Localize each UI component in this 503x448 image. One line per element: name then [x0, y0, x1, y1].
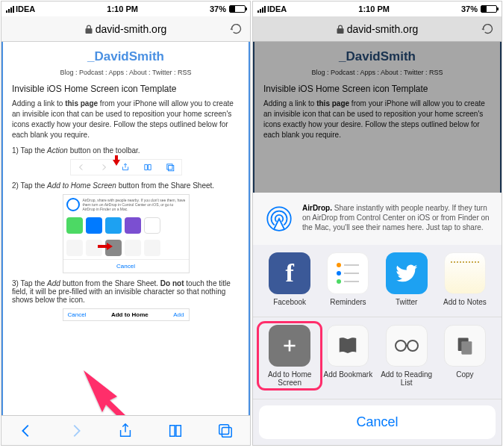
svg-rect-2: [219, 424, 228, 434]
svg-rect-0: [166, 164, 172, 169]
url-text: david-smith.org: [347, 23, 419, 35]
url-bar[interactable]: david-smith.org: [253, 16, 502, 42]
signal-icon: [257, 6, 266, 13]
page-content: _DavidSmith Blog : Podcast : Apps : Abou…: [1, 42, 250, 415]
site-nav[interactable]: Blog : Podcast : Apps : About : Twitter …: [12, 69, 240, 76]
airdrop-row[interactable]: AirDrop. Share instantly with people nea…: [253, 193, 502, 245]
svg-point-8: [407, 340, 418, 351]
share-app-reminders[interactable]: Reminders: [319, 252, 377, 306]
battery-icon: [481, 5, 497, 13]
back-icon[interactable]: [18, 423, 34, 439]
airdrop-text: AirDrop. Share instantly with people nea…: [302, 203, 491, 234]
svg-rect-3: [222, 427, 231, 437]
step-2: 2) Tap the Add to Home Screen button fro…: [12, 181, 240, 190]
carrier-label: IDEA: [267, 4, 287, 13]
share-icon[interactable]: [117, 423, 134, 439]
reload-icon[interactable]: [230, 22, 243, 35]
book-icon: [327, 325, 369, 367]
mini-share-fig: AirDrop, share with people nearby. If yo…: [63, 194, 190, 273]
article-title: Invisible iOS Home Screen icon Template: [12, 84, 240, 94]
share-action-row: Add to Home Screen Add Bookmark Add to R…: [253, 317, 502, 399]
signal-icon: [6, 6, 14, 13]
glasses-icon: [386, 325, 428, 367]
site-title[interactable]: _DavidSmith: [12, 49, 240, 64]
phone-left: IDEA 1:10 PM 37% david-smith.org _DavidS…: [1, 1, 251, 446]
url-bar[interactable]: david-smith.org: [1, 16, 250, 42]
bookmarks-icon[interactable]: [167, 423, 184, 439]
action-copy[interactable]: Copy: [436, 325, 494, 387]
copy-icon: [444, 325, 486, 367]
airdrop-icon: [263, 203, 295, 234]
svg-rect-1: [168, 166, 173, 171]
notes-icon: [444, 252, 486, 294]
share-app-facebook[interactable]: f Facebook: [260, 252, 319, 306]
cancel-button[interactable]: Cancel: [259, 405, 496, 439]
phone-right: IDEA 1:10 PM 37% david-smith.org _DavidS…: [252, 1, 502, 446]
action-add-reading-list[interactable]: Add to Reading List: [378, 325, 436, 387]
reminders-icon: [327, 252, 369, 294]
action-add-to-home-screen[interactable]: Add to Home Screen: [260, 325, 319, 387]
reload-icon[interactable]: [481, 22, 494, 35]
share-app-notes[interactable]: Add to Notes: [436, 252, 494, 306]
clock: 1:10 PM: [358, 4, 390, 13]
battery-icon: [229, 5, 246, 13]
twitter-icon: [386, 252, 428, 294]
status-bar: IDEA 1:10 PM 37%: [253, 1, 502, 16]
safari-toolbar: [1, 415, 250, 445]
mini-toolbar-fig: [70, 159, 182, 175]
action-add-bookmark[interactable]: Add Bookmark: [319, 325, 377, 387]
svg-point-7: [396, 340, 406, 351]
share-sheet: AirDrop. Share instantly with people nea…: [253, 193, 502, 445]
plus-square-icon: [269, 325, 310, 367]
step-3: 3) Tap the Add button from the Share She…: [12, 279, 240, 304]
tabs-icon[interactable]: [217, 423, 234, 439]
battery-pct: 37%: [210, 4, 226, 13]
share-app-twitter[interactable]: Twitter: [378, 252, 436, 306]
facebook-icon: f: [269, 252, 310, 294]
lock-icon: [337, 25, 344, 34]
battery-pct: 37%: [461, 4, 478, 13]
url-text: david-smith.org: [96, 23, 167, 35]
lock-icon: [85, 25, 93, 34]
forward-icon[interactable]: [68, 423, 84, 439]
step-1: 1) Tap the Action button on the toolbar.: [12, 146, 240, 155]
clock: 1:10 PM: [107, 4, 138, 13]
status-bar: IDEA 1:10 PM 37%: [1, 1, 250, 16]
share-app-row: f Facebook Reminders Twitter: [253, 245, 502, 317]
svg-rect-10: [461, 341, 472, 355]
carrier-label: IDEA: [16, 4, 35, 13]
article-intro: Adding a link to this page from your iPh…: [12, 99, 240, 140]
